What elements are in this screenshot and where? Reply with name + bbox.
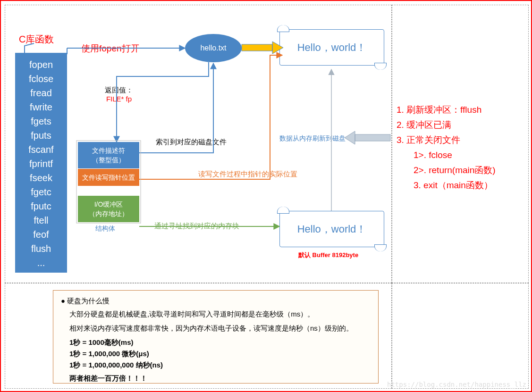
hello-bottom-text: Hello，world！ <box>297 222 367 236</box>
memory-buffer-scroll: Hello，world！ <box>279 211 384 247</box>
watermark: https://blog.csdn.net/happiness_llz <box>387 381 526 388</box>
note-p2: 相对来说内存读写速度都非常快，因为内存术语电子设备，读写速度是纳秒（ns）级别的… <box>61 323 371 334</box>
note-p1: 大部分硬盘都是机械硬盘,读取寻道时间和写入寻道时间都是在毫秒级（ms）。 <box>61 309 371 320</box>
func-item: flush <box>15 242 67 256</box>
cond-3-1: 1>. fclose <box>397 148 496 163</box>
index-to-disk-label: 索引到对应的磁盘文件 <box>156 138 227 147</box>
cond-2: 2. 缓冲区已满 <box>397 117 496 133</box>
func-item: fread <box>15 86 67 100</box>
func-item: fgets <box>15 114 67 128</box>
hello-top-text: Hello，world！ <box>297 41 367 55</box>
disk-file-scroll: Hello，world！ <box>279 29 384 66</box>
note-title: ● 硬盘为什么慢 <box>61 295 371 307</box>
note-diff: 两者相差一百万倍！！！ <box>61 373 371 384</box>
cond-3: 3. 正常关闭文件 <box>397 133 496 148</box>
struct-fd: 文件描述符 （整型值） <box>78 142 139 168</box>
func-item: fwrite <box>15 100 67 114</box>
return-val-line1: 返回值： <box>98 86 140 95</box>
rw-pointer-label: 读写文件过程中指针的实际位置 <box>198 170 297 179</box>
return-val-line2: FILE* fp <box>98 95 140 103</box>
flush-conditions-list: 1. 刷新缓冲区：fflush 2. 缓冲区已满 3. 正常关闭文件 1>. f… <box>397 102 496 193</box>
func-item: fprintf <box>15 157 67 171</box>
function-list: fopenfclosefreadfwritefgetsfputsfscanffp… <box>15 53 67 273</box>
hdd-note-box: ● 硬盘为什么慢 大部分硬盘都是机械硬盘,读取寻道时间和写入寻道时间都是在毫秒级… <box>53 290 379 384</box>
flush-to-disk-label: 数据从内存刷新到磁盘 <box>279 134 346 143</box>
diagram-canvas: C库函数 fopenfclosefreadfwritefgetsfputsfsc… <box>0 0 532 392</box>
note-t3: 1秒 = 1,000,000,000 纳秒(ns) <box>61 359 371 371</box>
struct-io: I/O缓冲区 （内存地址） <box>78 196 139 222</box>
cond-3-3: 3. exit（main函数） <box>397 178 496 193</box>
note-t2: 1秒 = 1,000,000 微秒(μs) <box>61 348 371 359</box>
bottom-right-region <box>392 283 529 389</box>
func-item: fclose <box>15 72 67 86</box>
func-item: ... <box>15 256 67 270</box>
struct-rw: 文件读写指针位置 <box>78 169 139 186</box>
default-buffer-label: 默认 Buffer 8192byte <box>298 251 358 259</box>
find-mem-label: 通过寻址找到对应的内存块 <box>154 222 239 231</box>
func-item: fputc <box>15 199 67 213</box>
func-item: ftell <box>15 213 67 227</box>
func-item: fseek <box>15 171 67 185</box>
file-ellipse: hello.txt <box>185 34 242 62</box>
func-item: fopen <box>15 58 67 72</box>
c-lib-label: C库函数 <box>19 33 54 46</box>
func-item: fputs <box>15 128 67 142</box>
cond-3-2: 2>. return(main函数) <box>397 163 496 178</box>
return-value-label: 返回值： FILE* fp <box>98 86 140 103</box>
fopen-open-label: 使用fopen打开 <box>81 42 140 55</box>
func-item: fscanf <box>15 142 67 157</box>
file-name-text: hello.txt <box>200 44 226 52</box>
struct-body-label: 结构体 <box>95 225 115 233</box>
cond-1: 1. 刷新缓冲区：fflush <box>397 102 496 117</box>
func-item: feof <box>15 227 67 242</box>
note-t1: 1秒 = 1000毫秒(ms) <box>61 337 371 348</box>
func-item: fgetc <box>15 185 67 199</box>
